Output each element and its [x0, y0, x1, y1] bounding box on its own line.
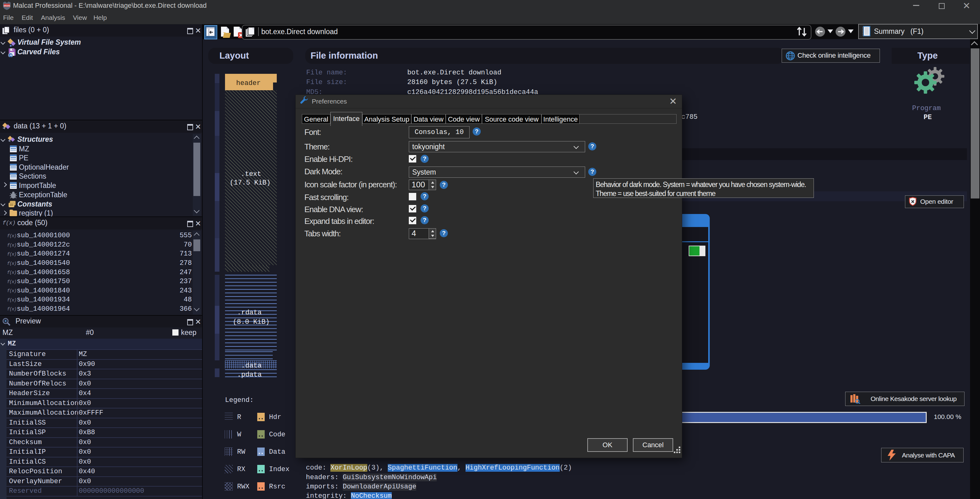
svg-text:10101: 10101 [3, 4, 11, 7]
